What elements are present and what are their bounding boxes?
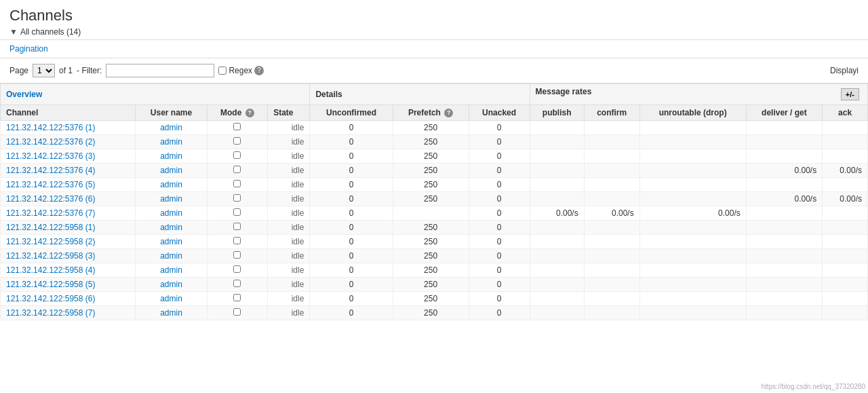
table-cell [584, 164, 639, 178]
table-cell [530, 221, 584, 235]
table-cell [584, 306, 639, 320]
table-cell [639, 292, 746, 306]
table-cell: 250 [393, 249, 469, 263]
table-cell [746, 221, 822, 235]
table-cell[interactable]: 121.32.142.122:5958 (7) [1, 306, 136, 320]
table-cell: 250 [393, 135, 469, 149]
table-cell[interactable]: 121.32.142.122:5958 (2) [1, 235, 136, 249]
mode-checkbox[interactable] [233, 265, 241, 273]
mode-checkbox[interactable] [233, 308, 241, 316]
table-cell [639, 306, 746, 320]
table-cell: 250 [393, 235, 469, 249]
mode-checkbox[interactable] [233, 180, 241, 187]
mode-checkbox[interactable] [233, 251, 241, 259]
table-cell: admin [136, 292, 207, 306]
table-cell: 0 [310, 278, 393, 292]
mode-checkbox[interactable] [233, 123, 241, 130]
table-body: 121.32.142.122:5376 (1)adminidle02500121… [1, 121, 868, 320]
pagination-link[interactable]: Pagination [9, 44, 48, 54]
table-cell: 0 [469, 206, 530, 221]
mode-checkbox[interactable] [233, 294, 241, 301]
table-cell-mode [207, 164, 268, 178]
table-cell [639, 192, 746, 206]
table-row: 121.32.142.122:5958 (6)adminidle02500 [1, 292, 868, 306]
table-cell-mode [207, 263, 268, 278]
all-channels-summary[interactable]: ▼ All channels (14) [9, 27, 859, 37]
table-cell[interactable]: 121.32.142.122:5376 (5) [1, 178, 136, 192]
table-row: 121.32.142.122:5958 (4)adminidle02500 [1, 263, 868, 278]
regex-label[interactable]: Regex ? [218, 66, 264, 75]
table-cell: idle [268, 278, 310, 292]
col-ack: ack [823, 105, 868, 121]
regex-help-icon[interactable]: ? [254, 66, 264, 75]
table-cell: 250 [393, 164, 469, 178]
table-cell: idle [268, 121, 310, 135]
filter-input[interactable] [106, 64, 214, 77]
table-cell [530, 278, 584, 292]
table-cell [530, 235, 584, 249]
table-cell: idle [268, 178, 310, 192]
table-cell-mode [207, 149, 268, 164]
table-cell[interactable]: 121.32.142.122:5958 (1) [1, 221, 136, 235]
table-cell[interactable]: 121.32.142.122:5958 (6) [1, 292, 136, 306]
table-cell [746, 149, 822, 164]
mode-checkbox[interactable] [233, 208, 241, 216]
col-username: User name [136, 105, 207, 121]
mode-checkbox[interactable] [233, 280, 241, 287]
table-cell: 0.00/s [823, 164, 868, 178]
page-select[interactable]: 1 [33, 64, 55, 77]
table-cell [639, 235, 746, 249]
prefetch-help-icon[interactable]: ? [444, 109, 453, 117]
table-cell [639, 221, 746, 235]
table-cell: 0 [469, 263, 530, 278]
table-cell[interactable]: 121.32.142.122:5376 (1) [1, 121, 136, 135]
table-cell[interactable]: 121.32.142.122:5376 (6) [1, 192, 136, 206]
table-cell: admin [136, 192, 207, 206]
table-cell [823, 263, 868, 278]
mode-checkbox[interactable] [233, 223, 241, 230]
table-cell [584, 263, 639, 278]
table-cell: idle [268, 292, 310, 306]
col-deliver-get: deliver / get [746, 105, 822, 121]
table-cell: admin [136, 235, 207, 249]
mode-checkbox[interactable] [233, 137, 241, 145]
table-cell: 0.00/s [746, 192, 822, 206]
table-cell [584, 278, 639, 292]
table-row: 121.32.142.122:5958 (5)adminidle02500 [1, 278, 868, 292]
table-cell: admin [136, 263, 207, 278]
table-cell [584, 235, 639, 249]
table-cell: idle [268, 235, 310, 249]
table-cell [823, 278, 868, 292]
table-cell: 0 [310, 121, 393, 135]
regex-checkbox[interactable] [218, 67, 226, 75]
table-cell: 0 [310, 206, 393, 221]
table-cell [746, 178, 822, 192]
table-cell-mode [207, 206, 268, 221]
table-cell[interactable]: 121.32.142.122:5958 (4) [1, 263, 136, 278]
table-cell[interactable]: 121.32.142.122:5958 (5) [1, 278, 136, 292]
table-cell: idle [268, 206, 310, 221]
plus-minus-button[interactable]: +/- [841, 88, 859, 100]
mode-checkbox[interactable] [233, 194, 241, 202]
mode-checkbox[interactable] [233, 166, 241, 173]
table-cell[interactable]: 121.32.142.122:5376 (3) [1, 149, 136, 164]
table-cell[interactable]: 121.32.142.122:5958 (3) [1, 249, 136, 263]
table-cell[interactable]: 121.32.142.122:5376 (4) [1, 164, 136, 178]
table-cell: 0 [310, 249, 393, 263]
mode-checkbox[interactable] [233, 151, 241, 159]
table-cell[interactable]: 121.32.142.122:5376 (7) [1, 206, 136, 221]
table-cell [584, 292, 639, 306]
mode-help-icon[interactable]: ? [245, 109, 254, 117]
table-cell [639, 164, 746, 178]
channels-table-container: Overview Details Message rates +/- Chann… [0, 83, 868, 320]
table-cell [530, 306, 584, 320]
table-cell: idle [268, 263, 310, 278]
table-cell: 0 [469, 135, 530, 149]
all-channels-label: All channels (14) [20, 27, 81, 37]
page-label: Page [9, 66, 28, 75]
table-cell[interactable]: 121.32.142.122:5376 (2) [1, 135, 136, 149]
table-row: 121.32.142.122:5376 (5)adminidle02500 [1, 178, 868, 192]
table-cell: 250 [393, 149, 469, 164]
table-cell: 0 [469, 164, 530, 178]
mode-checkbox[interactable] [233, 237, 241, 244]
